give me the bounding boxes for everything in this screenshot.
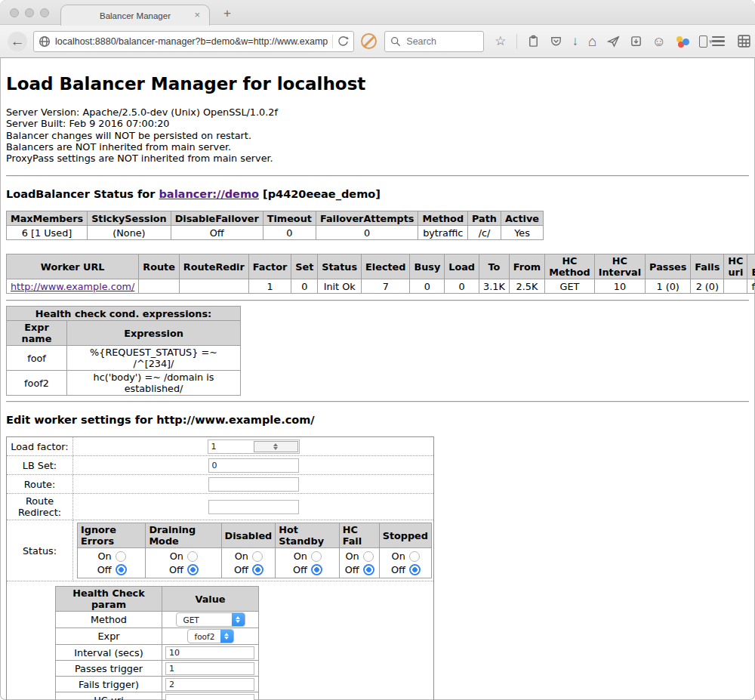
divider [6,401,749,402]
status-hot-standby-off-radio[interactable] [311,564,322,575]
status-stopped-off-radio[interactable] [409,564,421,575]
minimize-window-button[interactable] [25,8,34,17]
column-header: Factor [248,254,291,279]
route-input[interactable] [208,477,299,492]
column-header: HC Expr [747,254,755,279]
status-hot-standby-on-radio[interactable] [311,551,322,562]
fails-trigger-input[interactable] [165,678,254,691]
column-header: Active [501,211,543,226]
load-factor-label: Load factor: [7,437,73,456]
reload-icon[interactable] [337,35,349,47]
page-title: Load Balancer Manager for localhost [6,74,749,94]
column-header: To [479,254,510,279]
status-disabled-on-radio[interactable] [252,551,263,562]
table-cell: 10 [594,279,645,294]
hc-uri-input[interactable] [165,694,254,700]
table-cell: 6 [1 Used] [7,226,88,240]
off-label: Off [293,564,307,575]
status-hc-fail-off-radio[interactable] [363,564,374,575]
status-stopped-on-radio[interactable] [409,551,420,562]
form-row: Health Check param Value Method GET [7,581,434,700]
navigation-toolbar: ← localhost:8880/balancer-manager?b=demo… [0,25,755,58]
on-label: On [391,550,405,562]
zoom-window-button[interactable] [40,8,49,17]
column-header: Draining Mode [146,523,221,548]
expr-label: Expr [56,628,162,645]
route-redirect-input[interactable] [208,500,299,514]
column-header: MaxMembers [7,211,88,226]
status-draining-mode-on-radio[interactable] [187,551,198,562]
extension-dots-icon[interactable] [676,35,689,48]
status-hc-fail-on-radio[interactable] [363,551,374,562]
load-factor-input[interactable]: 1 [208,439,300,454]
table-row: foof2 hc('body') =~ /domain is establish… [7,371,241,396]
worker-url-link[interactable]: http://www.example.com/ [11,281,134,292]
url-text[interactable]: localhost:8880/balancer-manager?b=demo&w… [55,36,328,47]
on-label: On [345,550,359,562]
table-cell: GET [545,279,595,294]
method-select[interactable]: GET [176,612,245,627]
column-header: Disabled [221,523,276,548]
chat-smiley-icon[interactable]: ☺ [652,35,666,48]
method-label: Method [56,612,162,628]
column-header: Fails [691,254,724,279]
status-label: Status: [7,520,73,581]
back-button[interactable]: ← [8,32,27,51]
status-disabled-off-radio[interactable] [252,564,263,575]
form-row: Passes trigger [56,661,259,677]
expr-name-cell: foof [7,346,67,371]
expr-select[interactable]: foof2 [187,629,234,643]
column-header: Set [291,254,318,279]
column-header: Hot Standby [276,523,339,548]
downloads-icon[interactable]: ↓ [572,35,579,48]
number-stepper-icon[interactable] [254,441,298,452]
close-window-button[interactable] [10,8,19,17]
url-bar[interactable]: localhost:8880/balancer-manager?b=demo&w… [33,31,354,52]
search-input[interactable] [405,35,473,48]
home-icon[interactable]: ⌂ [588,34,596,48]
clipboard-icon[interactable] [527,35,540,48]
content-blocker-icon[interactable] [361,33,377,49]
column-header: DisableFailover [171,211,263,226]
toolbar-divider [516,34,517,49]
table-cell [724,279,747,294]
divider [6,175,749,177]
server-built-line: Server Built: Feb 9 2016 07:00:20 [6,118,749,129]
lb-set-input[interactable] [208,458,299,473]
pocket-icon[interactable] [550,35,562,48]
off-label: Off [97,564,112,575]
status-draining-mode-off-radio[interactable] [187,564,199,575]
search-bar[interactable] [384,31,484,52]
column-header: Health Check param [56,587,162,612]
device-sync-group[interactable]: ▾ [699,35,713,48]
screenshot-panel-icon[interactable] [630,35,643,48]
table-cell: 0 [316,226,418,240]
status-ignore-errors-on-radio[interactable] [116,551,126,562]
server-info: Server Version: Apache/2.5.0-dev (Unix) … [6,106,749,164]
tab-close-icon[interactable]: × [194,10,200,20]
passes-trigger-input[interactable] [165,662,254,675]
table-cell: foof2 [747,279,755,294]
column-header: Worker URL [7,254,139,279]
balancer-demo-link[interactable]: balancer://demo [159,188,259,200]
table-cell: 2 (0) [691,279,724,294]
on-label: On [293,550,307,562]
status-ignore-errors-off-radio[interactable] [116,564,127,575]
menu-hamburger-icon[interactable] [712,36,725,47]
hc-uri-label: HC uri [56,692,162,700]
bookmark-star-icon[interactable]: ☆ [495,35,506,48]
send-tab-icon[interactable] [607,35,620,48]
tab-balancer-manager[interactable]: Balancer Manager × [60,5,210,26]
on-label: On [169,550,183,562]
status-table: Ignore Errors Draining Mode Disabled Hot… [77,523,432,578]
tiles-grid-icon[interactable] [737,34,751,48]
lb-set-label: LB Set: [7,456,73,475]
page-content: Load Balancer Manager for localhost Serv… [0,74,755,700]
divider [6,300,749,301]
column-header: HC Method [545,254,595,279]
new-tab-button[interactable]: + [223,7,231,20]
edit-worker-form: Load factor: 1 LB Set: Route: Route Redi… [6,436,434,700]
table-cell: /c/ [468,226,501,240]
interval-input[interactable] [165,646,254,659]
select-chevrons-icon [220,629,233,643]
